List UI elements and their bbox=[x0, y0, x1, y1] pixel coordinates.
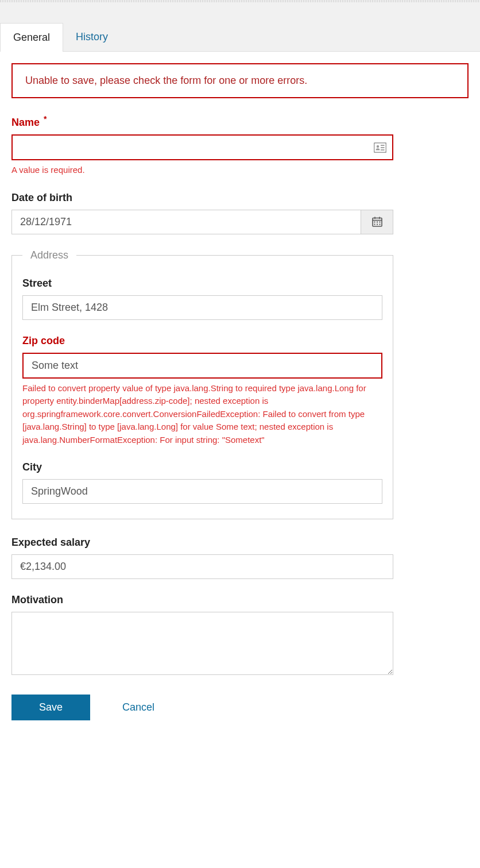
calendar-picker-button[interactable] bbox=[361, 210, 393, 234]
label-motivation: Motivation bbox=[11, 594, 393, 606]
field-dob: Date of birth bbox=[11, 192, 393, 234]
required-marker: * bbox=[44, 114, 47, 124]
svg-rect-9 bbox=[374, 222, 375, 223]
name-input[interactable] bbox=[11, 134, 393, 160]
svg-point-1 bbox=[377, 145, 379, 147]
calendar-icon bbox=[372, 217, 382, 227]
alert-message: Unable to save, please check the form fo… bbox=[25, 75, 307, 86]
street-input[interactable] bbox=[22, 295, 382, 320]
label-salary: Expected salary bbox=[11, 537, 393, 549]
label-dob: Date of birth bbox=[11, 192, 393, 204]
svg-rect-14 bbox=[379, 224, 380, 225]
tab-general[interactable]: General bbox=[0, 23, 63, 52]
label-name: Name * bbox=[11, 114, 393, 129]
city-input[interactable] bbox=[22, 479, 382, 504]
field-zip: Zip code Failed to convert property valu… bbox=[22, 335, 382, 447]
field-street: Street bbox=[22, 277, 382, 320]
address-legend: Address bbox=[22, 249, 76, 261]
cancel-link[interactable]: Cancel bbox=[122, 701, 154, 713]
save-button[interactable]: Save bbox=[11, 695, 90, 720]
tab-history[interactable]: History bbox=[63, 23, 121, 51]
motivation-textarea[interactable] bbox=[11, 612, 393, 675]
salary-input[interactable] bbox=[11, 554, 393, 579]
id-card-icon bbox=[374, 142, 386, 153]
label-name-text: Name bbox=[11, 117, 40, 128]
svg-rect-13 bbox=[377, 224, 378, 225]
field-name: Name * A value is required. bbox=[11, 114, 393, 177]
dob-input[interactable] bbox=[11, 210, 361, 234]
tabs: General History bbox=[0, 2, 480, 52]
address-fieldset: Address Street Zip code Failed to conver… bbox=[11, 249, 393, 520]
zip-input[interactable] bbox=[22, 353, 382, 379]
svg-rect-12 bbox=[374, 224, 375, 225]
name-error: A value is required. bbox=[11, 164, 393, 177]
field-motivation: Motivation bbox=[11, 594, 393, 677]
field-salary: Expected salary bbox=[11, 537, 393, 579]
form-actions: Save Cancel bbox=[11, 695, 469, 720]
zip-error: Failed to convert property value of type… bbox=[22, 382, 382, 447]
label-city: City bbox=[22, 461, 382, 473]
field-city: City bbox=[22, 461, 382, 504]
svg-rect-11 bbox=[379, 222, 380, 223]
svg-rect-10 bbox=[377, 222, 378, 223]
label-zip: Zip code bbox=[22, 335, 382, 347]
label-street: Street bbox=[22, 277, 382, 290]
alert-error: Unable to save, please check the form fo… bbox=[11, 63, 469, 98]
